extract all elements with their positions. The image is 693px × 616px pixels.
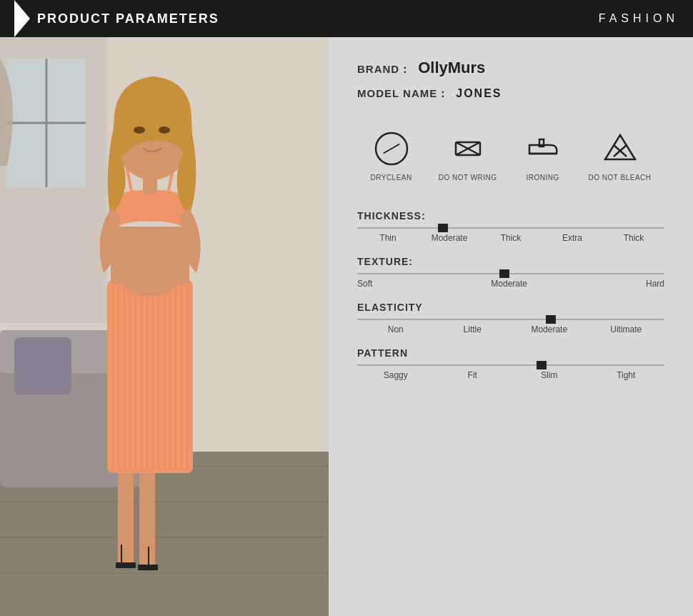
elasticity-section: ELASTICITY Non Little Moderate Uitimate	[357, 302, 664, 334]
elasticity-label-3: Uitimate	[588, 324, 665, 334]
texture-title: TEXTURE:	[357, 256, 664, 267]
brand-row: BRAND： OllyMurs	[357, 59, 664, 77]
thickness-label-2: Thick	[480, 233, 542, 243]
main-content: BRAND： OllyMurs MODEL NAME： JONES DRYCLE…	[0, 37, 693, 616]
fashion-label: FASHION	[599, 12, 679, 25]
svg-point-40	[134, 126, 145, 134]
pattern-labels: Saggy Fit Slim Tight	[357, 370, 664, 380]
no-wring-label: DO NOT WRING	[439, 174, 497, 182]
info-panel: BRAND： OllyMurs MODEL NAME： JONES DRYCLE…	[329, 37, 693, 616]
dryclean-label: DRYCLEAN	[370, 174, 412, 182]
texture-label-0: Soft	[357, 279, 372, 289]
svg-marker-50	[605, 135, 635, 159]
elasticity-track	[357, 319, 664, 320]
pattern-label-3: Tight	[588, 370, 665, 380]
header: PRODUCT PARAMETERS FASHION	[0, 0, 693, 37]
svg-point-41	[159, 126, 170, 134]
no-bleach-label: DO NOT BLEACH	[589, 174, 652, 182]
ironing-icon	[524, 129, 562, 168]
thickness-labels: Thin Moderate Thick Extra Thick	[357, 233, 664, 243]
pattern-section: PATTERN Saggy Fit Slim Tight	[357, 347, 664, 380]
svg-rect-14	[118, 466, 134, 566]
model-value: JONES	[456, 87, 502, 100]
svg-rect-17	[138, 565, 158, 570]
thickness-section: THICKNESS: Thin Moderate Thick Extra Thi…	[357, 210, 664, 243]
texture-indicator	[499, 269, 509, 278]
dryclean-icon	[372, 129, 411, 168]
elasticity-label-0: Non	[357, 324, 434, 334]
elasticity-labels: Non Little Moderate Uitimate	[357, 324, 664, 334]
thickness-label-0: Thin	[357, 233, 419, 243]
model-photo	[0, 37, 329, 616]
texture-section: TEXTURE: Soft Moderate Hard	[357, 256, 664, 289]
texture-labels: Soft Moderate Hard	[357, 279, 664, 289]
elasticity-title: ELASTICITY	[357, 302, 664, 313]
thickness-label-4: Thick	[603, 233, 664, 243]
pattern-title: PATTERN	[357, 347, 664, 359]
care-icons-section: DRYCLEAN DO NOT WRING IRONI	[357, 122, 664, 189]
elasticity-indicator	[546, 315, 556, 324]
model-image-panel	[0, 37, 329, 616]
thickness-track	[357, 227, 664, 229]
ironing-label: IRONING	[526, 174, 559, 182]
svg-rect-20	[107, 280, 193, 473]
care-no-wring: DO NOT WRING	[439, 129, 497, 182]
thickness-title: THICKNESS:	[357, 210, 664, 222]
model-label: MODEL NAME：	[357, 87, 449, 101]
elasticity-label-1: Little	[434, 324, 512, 334]
page-title: PRODUCT PARAMETERS	[14, 0, 219, 37]
no-bleach-icon	[601, 129, 639, 168]
pattern-label-1: Fit	[434, 370, 512, 380]
brand-label: BRAND：	[357, 63, 411, 76]
svg-line-44	[383, 144, 399, 154]
care-ironing: IRONING	[524, 129, 562, 182]
care-no-bleach: DO NOT BLEACH	[589, 129, 652, 182]
texture-label-2: Hard	[646, 279, 664, 289]
pattern-label-0: Saggy	[357, 370, 434, 380]
thickness-label-1: Moderate	[419, 233, 480, 243]
brand-value: OllyMurs	[418, 59, 485, 77]
svg-rect-15	[139, 466, 155, 570]
elasticity-label-2: Moderate	[511, 324, 588, 334]
title-text: PRODUCT PARAMETERS	[37, 11, 219, 26]
thickness-label-3: Extra	[542, 233, 603, 243]
model-row: MODEL NAME： JONES	[357, 87, 664, 101]
svg-rect-16	[116, 562, 136, 568]
no-wring-icon	[449, 129, 487, 168]
texture-track	[357, 273, 664, 274]
svg-rect-13	[14, 337, 71, 394]
svg-point-42	[125, 271, 175, 297]
texture-label-1: Moderate	[491, 279, 527, 289]
care-dryclean: DRYCLEAN	[370, 129, 412, 182]
pattern-indicator	[537, 361, 547, 369]
pattern-label-2: Slim	[511, 370, 588, 380]
thickness-indicator	[438, 224, 448, 232]
pattern-track	[357, 364, 664, 366]
